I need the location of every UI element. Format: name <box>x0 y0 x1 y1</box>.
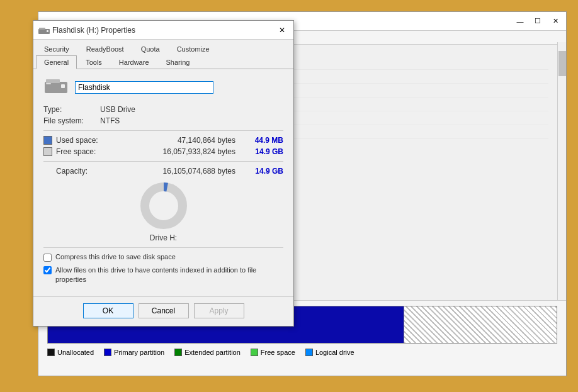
dialog-title: Flashdisk (H:) Properties <box>38 26 135 35</box>
legend-box-unallocated <box>47 349 55 356</box>
maximize-button[interactable]: ☐ <box>530 15 546 28</box>
ok-button[interactable]: OK <box>83 303 133 318</box>
divider-1 <box>43 130 283 131</box>
free-space-row: Free space: 16,057,933,824 bytes 14.9 GB <box>43 147 283 156</box>
svg-rect-1 <box>39 28 45 30</box>
dialog-close-button[interactable]: ✕ <box>276 24 288 36</box>
legend-logical: Logical drive <box>305 349 354 356</box>
donut-chart-area: Drive H: <box>43 181 283 242</box>
used-color-box <box>43 136 52 145</box>
tabs-container: Security ReadyBoost Quota Customize Gene… <box>33 40 293 69</box>
index-checkbox-row[interactable]: Allow files on this drive to have conten… <box>43 266 283 285</box>
compress-label: Compress this drive to save disk space <box>55 253 176 260</box>
compress-checkbox[interactable] <box>43 254 52 262</box>
partition-legend: Unallocated Primary partition Extended p… <box>38 346 566 359</box>
svg-point-7 <box>145 187 183 225</box>
free-color-box <box>43 147 52 156</box>
divider-3 <box>43 247 283 248</box>
drive-large-icon <box>43 77 69 96</box>
legend-unallocated: Unallocated <box>47 349 94 356</box>
drive-icon <box>43 77 69 98</box>
divider-2 <box>43 161 283 162</box>
apply-button[interactable]: Apply <box>194 303 244 318</box>
legend-extended: Extended partition <box>174 349 241 356</box>
svg-rect-2 <box>47 30 48 32</box>
svg-rect-6 <box>46 83 51 84</box>
tab-customize[interactable]: Customize <box>169 42 218 55</box>
legend-box-logical <box>305 349 313 356</box>
drive-title-icon <box>38 26 50 35</box>
window-controls[interactable]: — ☐ ✕ <box>512 15 564 28</box>
tab-readyboost[interactable]: ReadyBoost <box>78 42 132 55</box>
donut-chart <box>139 181 189 231</box>
drive-name-input[interactable] <box>75 81 213 94</box>
tabs-row-1: Security ReadyBoost Quota Customize <box>33 40 293 55</box>
tab-quota[interactable]: Quota <box>133 42 168 55</box>
dialog-drive-icon <box>38 26 48 34</box>
tab-general[interactable]: General <box>36 55 77 69</box>
partition-segment-free <box>404 306 557 343</box>
legend-box-freespace <box>251 349 258 356</box>
cancel-button[interactable]: Cancel <box>139 303 189 318</box>
drive-letter-label: Drive H: <box>150 233 177 242</box>
tab-sharing[interactable]: Sharing <box>158 55 198 69</box>
legend-box-primary <box>104 349 111 356</box>
tab-hardware[interactable]: Hardware <box>111 55 157 69</box>
index-label: Allow files on this drive to have conten… <box>55 266 257 285</box>
legend-freespace: Free space <box>251 349 295 356</box>
filesystem-row: File system: NTFS <box>43 116 283 125</box>
compress-checkbox-row[interactable]: Compress this drive to save disk space <box>43 253 283 262</box>
svg-rect-5 <box>61 84 65 88</box>
drive-name-row <box>43 77 283 98</box>
type-row: Type: USB Drive <box>43 105 283 114</box>
minimize-button[interactable]: — <box>512 15 528 28</box>
legend-box-extended <box>174 349 182 356</box>
capacity-row: Capacity: 16,105,074,688 bytes 14.9 GB <box>43 167 283 176</box>
dialog-content: Type: USB Drive File system: NTFS Used s… <box>33 69 293 296</box>
tab-tools[interactable]: Tools <box>77 55 110 69</box>
legend-primary: Primary partition <box>104 349 164 356</box>
svg-rect-4 <box>46 79 60 83</box>
scrollbar[interactable] <box>557 42 566 300</box>
close-button[interactable]: ✕ <box>547 15 564 28</box>
used-space-row: Used space: 47,140,864 bytes 44.9 MB <box>43 136 283 145</box>
index-checkbox[interactable] <box>43 266 52 274</box>
tab-security[interactable]: Security <box>36 42 77 55</box>
tabs-row-2: General Tools Hardware Sharing <box>33 55 293 69</box>
properties-dialog: Flashdisk (H:) Properties ✕ Security Rea… <box>33 20 294 327</box>
dialog-titlebar: Flashdisk (H:) Properties ✕ <box>33 21 293 40</box>
dialog-buttons: OK Cancel Apply <box>33 296 293 326</box>
scrollbar-thumb[interactable] <box>558 51 566 76</box>
